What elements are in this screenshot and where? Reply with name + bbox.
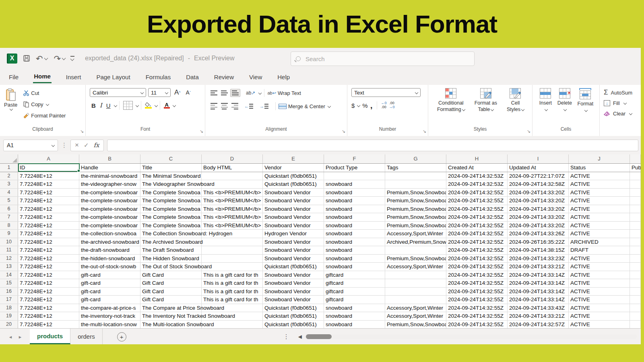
column-header-J[interactable]: J — [569, 154, 630, 163]
cell[interactable]: Snowboard Vendor — [263, 238, 324, 246]
cell[interactable]: 2024-09-24T14:32:55Z — [446, 296, 508, 304]
cell-styles-button[interactable]: Cell Styles — [507, 88, 524, 126]
styles-dialog-launcher[interactable]: ↘ — [527, 129, 530, 134]
paste-button[interactable]: Paste — [4, 88, 17, 126]
cell[interactable]: Snowboard Vendor — [263, 296, 324, 304]
cell[interactable]: Hydrogen Vendor — [263, 230, 324, 238]
row-header-15[interactable]: 15 — [0, 279, 18, 287]
copy-button[interactable]: Copy — [23, 99, 66, 109]
cell[interactable]: 2024-09-27T22:17:07Z — [508, 172, 569, 180]
ribbon-tab-formulas[interactable]: Formulas — [145, 71, 172, 83]
chevron-down-icon[interactable] — [258, 91, 262, 94]
cell[interactable] — [630, 246, 641, 254]
cell[interactable]: Vendor — [263, 164, 324, 172]
cell[interactable]: The Videographer Snowboard — [140, 180, 202, 188]
cell[interactable]: 2024-09-24T14:32:55Z — [446, 279, 508, 287]
column-header-D[interactable]: D — [202, 154, 263, 163]
ribbon-tab-data[interactable]: Data — [185, 71, 200, 83]
cell[interactable]: snowboard — [324, 321, 385, 329]
cell[interactable]: 2024-09-24T14:32:55Z — [446, 189, 508, 197]
decrease-decimal-button[interactable]: .00 →0 — [389, 101, 395, 109]
row-header-14[interactable]: 14 — [0, 271, 18, 279]
cell[interactable]: This <b>PREMIUM</b> — [202, 197, 263, 205]
cell[interactable]: ACTIVE — [569, 180, 630, 188]
cell[interactable]: the-complete-snowboar — [79, 213, 140, 221]
cell[interactable] — [630, 288, 641, 296]
cell[interactable] — [630, 180, 641, 188]
cell[interactable]: The Collection Snowboard: Hydrogen — [140, 230, 202, 238]
row-header-11[interactable]: 11 — [0, 246, 18, 254]
decrease-font-size-button[interactable]: Aˇ — [184, 89, 192, 96]
cell[interactable]: the-complete-snowboar — [79, 222, 140, 230]
cell[interactable]: 2024-09-24T14:32:55Z — [446, 288, 508, 296]
cell[interactable]: ARCHIVED — [569, 238, 630, 246]
cell[interactable]: 2024-09-24T14:32:55Z — [446, 304, 508, 312]
cell[interactable]: ACTIVE — [569, 172, 630, 180]
cell[interactable]: The Archived Snowboard — [140, 238, 202, 246]
cell[interactable]: ACTIVE — [569, 255, 630, 263]
borders-button[interactable] — [122, 100, 134, 111]
alignment-dialog-launcher[interactable]: ↘ — [342, 129, 345, 134]
cell[interactable]: the-archived-snowboard — [79, 238, 140, 246]
cell[interactable]: the-complete-snowboar — [79, 205, 140, 213]
row-header-10[interactable]: 10 — [0, 238, 18, 246]
cell[interactable]: This <b>PREMIUM</b> — [202, 222, 263, 230]
cell[interactable]: Premium,Snow,Snowboa — [385, 205, 446, 213]
cell[interactable]: Quickstart (f0db0651) — [263, 304, 324, 312]
row-header-2[interactable]: 2 — [0, 172, 18, 180]
increase-indent-button[interactable]: → — [258, 103, 272, 110]
cell[interactable]: 7.72248E+12 — [18, 172, 79, 180]
cell[interactable]: 2024-09-24T14:32:55Z — [446, 222, 508, 230]
cell[interactable] — [202, 172, 263, 180]
cell[interactable]: Snowboard Vendor — [263, 189, 324, 197]
cell[interactable]: Gift Card — [140, 279, 202, 287]
cell[interactable]: gift-card — [79, 279, 140, 287]
cell[interactable]: The Complete Snowboa — [140, 189, 202, 197]
cell[interactable]: The Compare at Price Snowboard — [140, 304, 202, 312]
cell[interactable]: 2024-09-24T14:33:20Z — [508, 189, 569, 197]
cell[interactable]: 2024-09-24T14:32:55Z — [446, 255, 508, 263]
cell[interactable]: ACTIVE — [569, 263, 630, 271]
cell[interactable] — [630, 263, 641, 271]
increase-font-size-button[interactable]: A^ — [173, 88, 182, 97]
currency-button[interactable]: $ — [351, 101, 360, 110]
cell[interactable] — [630, 296, 641, 304]
cell[interactable]: 2024-09-24T14:33:14Z — [508, 288, 569, 296]
cell[interactable]: 7.72248E+12 — [18, 255, 79, 263]
cell[interactable]: 7.72248E+12 — [18, 230, 79, 238]
cell[interactable]: ACTIVE — [569, 205, 630, 213]
comma-style-button[interactable]: , — [370, 101, 373, 110]
previous-sheet-button[interactable]: ◂ — [6, 334, 15, 340]
select-all-corner[interactable] — [0, 154, 18, 163]
cell[interactable]: the-minimal-snowboard — [79, 172, 140, 180]
cell[interactable]: 7.72248E+12 — [18, 197, 79, 205]
cell[interactable]: 2024-09-24T14:38:15Z — [508, 246, 569, 254]
search-input[interactable]: Search — [291, 51, 475, 66]
cell[interactable]: Created At — [446, 164, 508, 172]
cell[interactable] — [630, 238, 641, 246]
column-header-A[interactable]: A — [18, 154, 79, 163]
row-header-1[interactable]: 1 — [0, 164, 18, 172]
merge-center-button[interactable]: Merge & Center — [279, 101, 330, 111]
cell[interactable] — [630, 312, 641, 320]
delete-cells-button[interactable]: × Delete — [557, 88, 572, 126]
cell[interactable]: Premium,Snow,Snowboa — [385, 189, 446, 197]
cell[interactable]: Snowboard Vendor — [263, 213, 324, 221]
cell[interactable] — [630, 279, 641, 287]
cell[interactable]: 2024-09-24T14:33:20Z — [508, 197, 569, 205]
undo-button[interactable]: ↶ — [36, 54, 48, 63]
column-header-I[interactable]: I — [508, 154, 569, 163]
column-header-E[interactable]: E — [263, 154, 324, 163]
cell[interactable] — [630, 172, 641, 180]
cell[interactable] — [630, 255, 641, 263]
column-header-C[interactable]: C — [140, 154, 202, 163]
cell[interactable] — [630, 205, 641, 213]
cell[interactable]: snowboard — [324, 197, 385, 205]
cell[interactable]: 2024-09-24T14:33:14Z — [508, 279, 569, 287]
cell[interactable]: 2024-09-24T14:33:43Z — [508, 304, 569, 312]
cell[interactable]: Handle — [79, 164, 140, 172]
cell[interactable]: Archived,Premium,Snow — [385, 238, 446, 246]
cell[interactable]: 7.72248E+12 — [18, 321, 79, 329]
cell[interactable]: The Complete Snowboa — [140, 213, 202, 221]
cancel-icon[interactable]: × — [75, 141, 79, 149]
